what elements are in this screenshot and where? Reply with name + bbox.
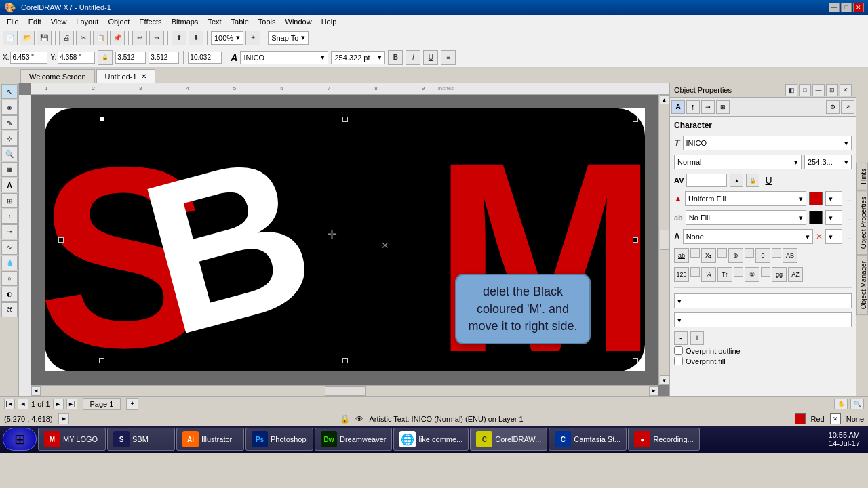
zoom-dropdown[interactable]: 100% ▾: [211, 31, 243, 45]
char-cb5[interactable]: [690, 267, 700, 277]
zoom-in[interactable]: +: [245, 30, 260, 45]
blend-tool[interactable]: ∿: [1, 240, 18, 255]
menu-tools[interactable]: Tools: [254, 16, 280, 27]
open-button[interactable]: 📂: [20, 30, 35, 45]
close-button[interactable]: ✕: [853, 3, 864, 12]
scroll-right[interactable]: ►: [649, 386, 658, 396]
italic-btn[interactable]: I: [406, 50, 420, 65]
char-strikethrough-btn[interactable]: X₂: [701, 248, 716, 263]
freehand-tool[interactable]: ✎: [1, 115, 18, 130]
pan-btn[interactable]: ✋: [834, 399, 848, 409]
maximize-button[interactable]: □: [841, 3, 852, 12]
scroll-up[interactable]: ▲: [660, 95, 669, 104]
fill-color-swatch[interactable]: [809, 192, 823, 205]
panel-frame-btn[interactable]: ⊞: [716, 100, 730, 114]
panel-btn1[interactable]: ◧: [785, 84, 797, 96]
lock-ratio[interactable]: 🔒: [98, 50, 113, 65]
angle-input[interactable]: [188, 52, 222, 64]
handle-bl[interactable]: [99, 358, 104, 363]
font-family-dropdown[interactable]: INICO ▾: [683, 136, 852, 150]
font-size-panel-dropdown[interactable]: 254.3... ▾: [804, 155, 852, 169]
char-hist-btn[interactable]: gg: [772, 267, 787, 282]
menu-help[interactable]: Help: [317, 16, 341, 27]
char-cb7[interactable]: [761, 267, 770, 277]
hscroll-thumb[interactable]: [325, 386, 366, 396]
overprint-fill-cb[interactable]: [674, 357, 683, 365]
handle-br[interactable]: [633, 358, 638, 363]
char-sub-btn[interactable]: 123: [674, 267, 689, 282]
char-caps-btn[interactable]: AB: [783, 248, 797, 263]
outline-type-dropdown[interactable]: No Fill ▾: [686, 210, 806, 225]
panel-close[interactable]: ✕: [840, 84, 852, 96]
align-btn[interactable]: ≡: [441, 50, 456, 65]
kerning-input[interactable]: [686, 174, 727, 187]
page-name-tab[interactable]: Page 1: [83, 398, 121, 410]
kerning-up[interactable]: ▲: [730, 174, 743, 187]
taskbar-mylogo[interactable]: M MY LOGO: [38, 428, 106, 451]
play-btn[interactable]: ▶: [58, 413, 69, 424]
tab-close-icon[interactable]: ✕: [141, 73, 146, 80]
taskbar-dreamweaver[interactable]: Dw Dreamweaver: [315, 428, 392, 451]
side-tab-manager[interactable]: Object Manager: [856, 255, 868, 315]
outline-tool[interactable]: ○: [1, 271, 18, 286]
snap-dropdown[interactable]: Snap To ▾: [268, 31, 309, 45]
handle-mr[interactable]: [633, 237, 638, 243]
taskbar-illustrator[interactable]: Ai Illustrator: [176, 428, 244, 451]
start-button[interactable]: ⊞: [3, 428, 37, 451]
vertical-scrollbar[interactable]: ▲ ▼: [658, 95, 669, 385]
menu-view[interactable]: View: [47, 16, 71, 27]
cut-button[interactable]: ✂: [76, 30, 91, 45]
none-x-icon[interactable]: ✕: [816, 232, 823, 241]
char-underline-btn[interactable]: ab: [674, 248, 689, 263]
kerning-lock[interactable]: 🔒: [746, 174, 760, 187]
menu-edit[interactable]: Edit: [24, 16, 45, 27]
zoom-tool[interactable]: 🔍: [1, 146, 18, 161]
tab-untitled[interactable]: Untitled-1 ✕: [96, 69, 155, 83]
pos-dropdown1[interactable]: ▾: [674, 293, 852, 308]
fill-color-indicator[interactable]: [795, 413, 806, 424]
menu-bitmaps[interactable]: Bitmaps: [167, 16, 203, 27]
tab-welcome[interactable]: Welcome Screen: [20, 69, 95, 83]
export-button[interactable]: ⬇: [189, 30, 203, 45]
scroll-left[interactable]: ◄: [31, 386, 41, 396]
fill-type-dropdown[interactable]: Uniform Fill ▾: [685, 191, 806, 206]
select-tool[interactable]: ↖: [1, 84, 18, 99]
taskbar-photoshop[interactable]: Ps Photoshop: [245, 428, 313, 451]
text-tool[interactable]: A: [1, 178, 18, 192]
zoom-btn[interactable]: 🔍: [850, 399, 864, 409]
taskbar-recording[interactable]: ● Recording...: [628, 428, 699, 451]
menu-window[interactable]: Window: [281, 16, 316, 27]
canvas-viewport[interactable]: S B M ✛ ✕: [31, 95, 658, 385]
none-dropdown[interactable]: None ▾: [683, 229, 813, 244]
outline-color-dropdown[interactable]: ▾: [825, 210, 842, 225]
menu-file[interactable]: File: [3, 16, 23, 27]
taskbar-chrome[interactable]: 🌐 like comme...: [393, 428, 469, 451]
connect-tool[interactable]: ⊸: [1, 224, 18, 239]
horizontal-scrollbar[interactable]: ◄ ►: [31, 385, 658, 396]
menu-layout[interactable]: Layout: [72, 16, 102, 27]
side-tab-hints[interactable]: Hints: [856, 163, 868, 190]
y-input[interactable]: [58, 52, 95, 64]
table-tool[interactable]: ⊞: [1, 193, 18, 208]
menu-text[interactable]: Text: [203, 16, 225, 27]
redo-button[interactable]: ↪: [149, 30, 164, 45]
panel-para-btn[interactable]: ¶: [686, 100, 700, 114]
taskbar-camtasia[interactable]: C Camtasia St...: [549, 428, 627, 451]
pos-dropdown2[interactable]: ▾: [674, 312, 852, 327]
add-page-btn[interactable]: +: [126, 398, 138, 410]
first-page-btn[interactable]: |◄: [4, 399, 15, 409]
inc-btn[interactable]: +: [690, 331, 704, 345]
save-button[interactable]: 💾: [37, 30, 52, 45]
char-cb6[interactable]: [734, 267, 743, 277]
minimize-button[interactable]: —: [829, 3, 840, 12]
char-cb2[interactable]: [717, 248, 727, 258]
import-button[interactable]: ⬆: [172, 30, 186, 45]
char-frac-btn[interactable]: ¼: [701, 267, 716, 282]
panel-settings-btn[interactable]: ⚙: [826, 100, 840, 114]
copy-button[interactable]: 📋: [93, 30, 108, 45]
none-options-icon[interactable]: …: [845, 233, 852, 241]
underline-btn[interactable]: U: [423, 50, 438, 65]
x-input[interactable]: [10, 52, 47, 64]
outline-color-swatch[interactable]: [809, 211, 823, 224]
panel-minimize[interactable]: —: [812, 84, 825, 96]
